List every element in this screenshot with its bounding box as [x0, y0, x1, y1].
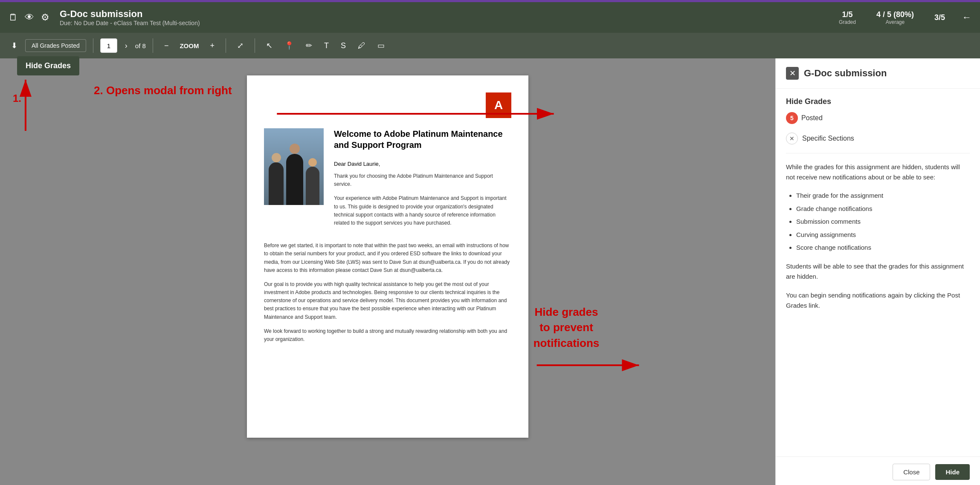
pen-tool-button[interactable]: ✏: [302, 38, 316, 53]
doc-para-4: Our goal is to provide you with high qua…: [264, 280, 511, 321]
section-close-button[interactable]: ✕: [786, 133, 798, 144]
doc-header: A: [264, 92, 511, 118]
doc-para-1: Thank you for choosing the Adobe Platinu…: [334, 172, 511, 188]
toolbar-divider-4: [255, 38, 255, 53]
stat-graded-label: Graded: [839, 19, 856, 25]
stat-score-value: 3/5: [934, 13, 945, 22]
doc-content: Welcome to Adobe Platinum Maintenance an…: [264, 128, 511, 233]
text-tool-button[interactable]: T: [320, 39, 333, 53]
panel-footer: Close Hide: [776, 456, 980, 485]
doc-salutation: Dear David Laurie,: [334, 161, 511, 167]
assignment-title: G-Doc submission: [60, 9, 839, 20]
adobe-logo: A: [486, 92, 511, 118]
close-panel-button[interactable]: ✕: [786, 67, 799, 80]
gear-header-icon[interactable]: ⚙: [41, 12, 49, 23]
header-icons: 🗒 👁 ⚙: [9, 12, 49, 23]
zoom-in-button[interactable]: +: [206, 39, 219, 53]
panel-title: G-Doc submission: [804, 68, 887, 79]
hide-grades-heading: Hide Grades: [786, 97, 970, 106]
list-item: Score change notifications: [796, 243, 970, 253]
posted-row: 5 Posted: [786, 112, 970, 124]
main-area: 1. 2. Opens modal from right Hide grades…: [0, 58, 980, 485]
close-button[interactable]: Close: [893, 464, 930, 480]
list-item: Grade change notifications: [796, 204, 970, 214]
annotation-label-1: 1.: [13, 92, 21, 104]
eye-header-icon[interactable]: 👁: [25, 12, 34, 23]
header-bar: 🗒 👁 ⚙ G-Doc submission Due: No Due Date …: [0, 2, 980, 33]
doc-para-2: Your experience with Adobe Platinum Main…: [334, 194, 511, 227]
pin-tool-button[interactable]: 📍: [280, 38, 298, 53]
current-page: 1: [107, 42, 110, 49]
panel-list: Their grade for the assignment Grade cha…: [796, 191, 970, 253]
all-grades-button[interactable]: All Grades Posted: [25, 39, 86, 52]
cursor-tool-button[interactable]: ↖: [262, 38, 277, 53]
back-button[interactable]: ←: [962, 12, 971, 23]
toolbar-divider-3: [226, 38, 226, 53]
doc-title: Welcome to Adobe Platinum Maintenance an…: [334, 128, 511, 150]
hide-button[interactable]: Hide: [935, 464, 970, 480]
download-button[interactable]: ⬇: [7, 38, 22, 53]
document-viewer: 1. 2. Opens modal from right Hide grades…: [0, 58, 775, 485]
rect-tool-button[interactable]: ▭: [373, 38, 389, 53]
panel-body: Hide Grades 5 Posted ✕ Specific Sections…: [776, 89, 980, 456]
assignment-icon: 🗒: [9, 12, 18, 23]
panel-header: ✕ G-Doc submission: [776, 58, 980, 89]
stat-score: 3/5: [934, 13, 945, 22]
stat-graded-value: 1/5: [839, 10, 856, 19]
panel-note-1: Students will be able to see that the gr…: [786, 261, 970, 282]
toolbar-divider-1: [93, 38, 93, 53]
list-item: Their grade for the assignment: [796, 191, 970, 201]
stat-graded: 1/5 Graded: [839, 10, 856, 25]
doc-para-3: Before we get started, it is important t…: [264, 242, 511, 274]
posted-label: Posted: [801, 114, 823, 122]
list-item: Submission comments: [796, 217, 970, 227]
zoom-out-button[interactable]: −: [160, 39, 173, 53]
list-item: Curving assignments: [796, 230, 970, 240]
document-page: A: [247, 75, 528, 438]
specific-sections-label: Specific Sections: [802, 135, 854, 142]
stat-average-value: 4 / 5 (80%): [876, 10, 914, 19]
doc-para-5: We look forward to working together to b…: [264, 327, 511, 344]
right-panel: ✕ G-Doc submission Hide Grades 5 Posted …: [775, 58, 980, 485]
doc-image-people: [264, 128, 324, 205]
specific-sections-row: ✕ Specific Sections: [786, 133, 970, 153]
strikethrough-tool-button[interactable]: S: [336, 39, 350, 53]
annotation-label-2: 2. Opens modal from right: [94, 84, 232, 97]
toolbar: ⬇ All Grades Posted 1 › of 8 − ZOOM + ⤢ …: [0, 33, 980, 58]
assignment-subtitle: Due: No Due Date - eClass Team Test (Mul…: [60, 20, 839, 26]
stat-average-label: Average: [876, 19, 914, 25]
page-of-label: of 8: [135, 42, 146, 49]
doc-image: [264, 128, 324, 205]
doc-text-section: Welcome to Adobe Platinum Maintenance an…: [334, 128, 511, 233]
posted-count-badge: 5: [786, 112, 798, 124]
header-stats: 1/5 Graded 4 / 5 (80%) Average 3/5: [839, 10, 945, 25]
toolbar-divider-2: [153, 38, 153, 53]
hide-grades-tooltip: Hide Grades: [17, 56, 79, 75]
annotation-label-hide: Hide gradesto preventnotifications: [519, 304, 613, 351]
expand-button[interactable]: ⤢: [233, 38, 248, 53]
panel-note-2: You can begin sending notifications agai…: [786, 290, 970, 311]
zoom-label: ZOOM: [180, 42, 199, 49]
download-icon: ⬇: [11, 41, 17, 50]
panel-description: While the grades for this assignment are…: [786, 162, 970, 182]
header-title-section: G-Doc submission Due: No Due Date - eCla…: [60, 9, 839, 26]
page-number-box: 1: [100, 38, 117, 53]
edit-tool-button[interactable]: 🖊: [354, 39, 370, 53]
next-page-button[interactable]: ›: [121, 39, 132, 53]
stat-average: 4 / 5 (80%) Average: [876, 10, 914, 25]
